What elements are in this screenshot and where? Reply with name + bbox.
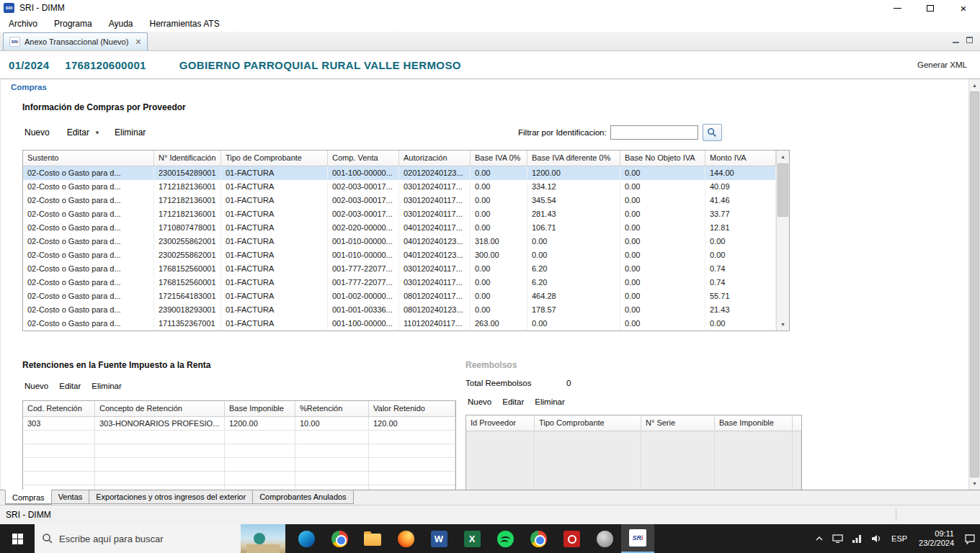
menu-item[interactable]: Archivo bbox=[7, 17, 39, 30]
scroll-thumb[interactable] bbox=[970, 91, 979, 477]
view-maximize-icon[interactable] bbox=[966, 37, 973, 43]
display-tray-button[interactable] bbox=[828, 524, 847, 553]
empty-row bbox=[23, 431, 455, 444]
tab-anexo-transaccional[interactable]: SRi Anexo Transaccional (Nuevo) ✕ bbox=[3, 32, 148, 50]
retenciones-nuevo-button[interactable]: Nuevo bbox=[24, 382, 48, 390]
action-center-button[interactable] bbox=[960, 524, 980, 553]
menu-item[interactable]: Ayuda bbox=[107, 17, 135, 30]
status-divider bbox=[896, 508, 896, 521]
word-icon: W bbox=[431, 531, 447, 547]
compras-editar-button[interactable]: Editar bbox=[67, 127, 89, 138]
compras-section-link[interactable]: Compras bbox=[11, 83, 47, 91]
column-header[interactable]: Valor Retenido bbox=[369, 401, 455, 416]
table-row[interactable]: 02-Costo o Gasto para d... 1712182136001… bbox=[23, 207, 776, 221]
action-center-icon bbox=[964, 534, 976, 544]
compras-nuevo-button[interactable]: Nuevo bbox=[24, 127, 50, 138]
reembolsos-eliminar-button[interactable]: Eliminar bbox=[535, 397, 565, 406]
generar-xml-button[interactable]: Generar XML bbox=[917, 60, 967, 69]
tab-compras[interactable]: Compras bbox=[5, 490, 52, 505]
table-row[interactable]: 02-Costo o Gasto para d... 2300255862001… bbox=[23, 248, 776, 262]
compras-eliminar-button[interactable]: Eliminar bbox=[115, 127, 146, 138]
language-indicator[interactable]: ESP bbox=[886, 534, 913, 543]
chrome-button[interactable] bbox=[323, 524, 356, 553]
windows-logo-icon bbox=[12, 534, 23, 544]
chrome-button-2[interactable] bbox=[522, 524, 555, 553]
sri-dimm-button[interactable]: SRi bbox=[621, 524, 654, 553]
word-button[interactable]: W bbox=[422, 524, 455, 553]
column-header[interactable]: Base Imponible bbox=[225, 401, 295, 416]
table-row[interactable]: 02-Costo o Gasto para d... 1768152560001… bbox=[23, 262, 776, 276]
minimize-button[interactable] bbox=[881, 0, 914, 16]
column-header[interactable]: Sustento bbox=[23, 150, 154, 166]
tab-exportaciones[interactable]: Exportaciones y otros ingresos del exter… bbox=[89, 490, 253, 504]
retenciones-editar-button[interactable]: Editar bbox=[59, 382, 81, 390]
column-header[interactable]: N° Serie bbox=[641, 415, 715, 431]
scroll-up-icon[interactable]: ▲ bbox=[969, 79, 980, 91]
spotify-button[interactable] bbox=[489, 524, 522, 553]
excel-button[interactable]: X bbox=[455, 524, 489, 553]
scroll-down-icon[interactable]: ▼ bbox=[777, 318, 789, 331]
content-scrollbar[interactable]: ▲ ▼ bbox=[968, 79, 980, 490]
reembolsos-editar-button[interactable]: Editar bbox=[502, 397, 524, 406]
search-input[interactable] bbox=[59, 534, 241, 544]
editar-dropdown-icon[interactable]: ▼ bbox=[94, 130, 100, 136]
menu-item[interactable]: Programa bbox=[53, 17, 94, 30]
start-button[interactable] bbox=[0, 524, 35, 553]
taskbar-clock[interactable]: 09:11 23/2/2024 bbox=[913, 529, 960, 548]
table-row[interactable]: 02-Costo o Gasto para d... 1712182136001… bbox=[23, 194, 776, 207]
table-row[interactable]: 02-Costo o Gasto para d... 1710807478001… bbox=[23, 221, 776, 235]
reembolsos-nuevo-button[interactable]: Nuevo bbox=[468, 397, 491, 406]
tab-ventas[interactable]: Ventas bbox=[51, 490, 90, 504]
scroll-up-icon[interactable]: ▲ bbox=[777, 150, 789, 163]
generic-app-button[interactable] bbox=[588, 524, 621, 553]
table-row[interactable]: 303 303-HONORARIOS PROFESIO... 1200.00 1… bbox=[23, 417, 455, 431]
table-row[interactable]: 02-Costo o Gasto para d... 2300154289001… bbox=[23, 166, 776, 180]
column-header[interactable]: Cod. Retención bbox=[23, 401, 95, 416]
column-header[interactable]: Base IVA diferente 0% bbox=[527, 150, 620, 166]
column-header[interactable]: Comp. Venta bbox=[328, 150, 399, 166]
volume-icon bbox=[870, 534, 881, 544]
acrobat-button[interactable] bbox=[555, 524, 588, 553]
view-minimize-icon[interactable] bbox=[953, 37, 959, 43]
volume-tray-button[interactable] bbox=[866, 524, 886, 553]
period-label: 01/2024 bbox=[9, 59, 49, 71]
document-header: 01/2024 1768120600001 GOBIERNO PARROQUIA… bbox=[0, 51, 980, 78]
network-tray-button[interactable] bbox=[847, 524, 866, 553]
search-highlight-image[interactable] bbox=[241, 524, 285, 553]
column-header[interactable]: Concepto de Retención bbox=[95, 401, 225, 416]
tab-close-icon[interactable]: ✕ bbox=[135, 37, 141, 47]
retenciones-eliminar-button[interactable]: Eliminar bbox=[92, 382, 122, 390]
filter-input[interactable] bbox=[610, 125, 698, 140]
compras-table-scrollbar[interactable]: ▲ ▼ bbox=[776, 150, 789, 331]
file-explorer-button[interactable] bbox=[356, 524, 389, 553]
table-row[interactable]: 02-Costo o Gasto para d... 1712182136001… bbox=[23, 180, 776, 194]
close-button[interactable]: × bbox=[947, 0, 980, 16]
column-header[interactable]: Tipo de Comprobante bbox=[221, 150, 328, 166]
edge-button[interactable] bbox=[290, 524, 323, 553]
maximize-button[interactable] bbox=[914, 0, 947, 16]
close-icon: × bbox=[961, 3, 967, 14]
content-area: Compras Información de Compras por Prove… bbox=[0, 78, 980, 490]
table-row[interactable]: 02-Costo o Gasto para d... 2300255862001… bbox=[23, 235, 776, 248]
table-row[interactable]: 02-Costo o Gasto para d... 1768152560001… bbox=[23, 276, 776, 289]
table-row[interactable]: 02-Costo o Gasto para d... 2390018293001… bbox=[23, 303, 776, 317]
column-header[interactable]: %Retención bbox=[295, 401, 369, 416]
column-header[interactable]: Monto IVA bbox=[705, 150, 776, 166]
column-header[interactable]: Autorización bbox=[399, 150, 471, 166]
column-header[interactable]: Base No Objeto IVA bbox=[620, 150, 705, 166]
table-row[interactable]: 02-Costo o Gasto para d... 1721564183001… bbox=[23, 289, 776, 303]
hidden-icons-button[interactable] bbox=[811, 524, 828, 553]
column-header[interactable]: Tipo Comprobante bbox=[535, 415, 641, 431]
column-header[interactable]: Base IVA 0% bbox=[471, 150, 527, 166]
filter-search-button[interactable] bbox=[703, 124, 722, 141]
column-header[interactable]: Base Imponible bbox=[715, 415, 793, 431]
firefox-button[interactable] bbox=[389, 524, 422, 553]
table-row[interactable]: 02-Costo o Gasto para d... 1711352367001… bbox=[23, 317, 776, 331]
menu-item[interactable]: Herramientas ATS bbox=[148, 17, 221, 30]
tab-comprobantes-anulados[interactable]: Comprobantes Anulados bbox=[252, 490, 353, 504]
column-header[interactable]: N° Identificación bbox=[154, 150, 221, 166]
taskbar-search[interactable] bbox=[35, 524, 285, 553]
scroll-down-icon[interactable]: ▼ bbox=[969, 477, 980, 490]
column-header[interactable]: Id Proveedor bbox=[466, 415, 535, 431]
scroll-thumb[interactable] bbox=[778, 163, 788, 217]
